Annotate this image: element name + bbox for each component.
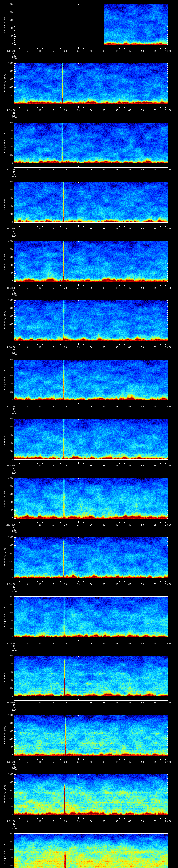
x-tick-label: 15 [50, 109, 55, 112]
x-tick-label: 35 [101, 168, 107, 171]
x-tick-label: 30 [89, 50, 94, 52]
x-tick-label: 25 [76, 406, 81, 408]
x-tick-label: 55 [153, 761, 158, 763]
x-tick-label: 10 [37, 287, 42, 289]
x-tick-label: 30 [89, 346, 94, 348]
x-tick-label: 45 [127, 702, 132, 704]
x-tick-label: 15 [50, 287, 55, 289]
x-tick-label: 15 [50, 168, 55, 171]
x-tick-label: 20 [63, 287, 68, 289]
spectrogram-panel: Frequency (Hz)10008006004002000510152025… [0, 711, 178, 770]
y-tick-label: 200 [5, 509, 13, 512]
x-tick-label: 40 [114, 583, 119, 586]
x-tick-label: 30 [89, 524, 94, 526]
x-tick-label: 25 [76, 346, 81, 348]
x-tick-label: 55 [153, 346, 158, 348]
x-tick-label: 40 [114, 702, 119, 704]
x-tick-label: 5 [25, 228, 30, 230]
spectrogram-panel: Frequency (Hz)10008006004002000510152025… [0, 237, 178, 296]
y-tick-label: 0 [5, 577, 13, 579]
y-tick-label: 600 [5, 256, 13, 258]
x-tick-label: 50 [140, 406, 145, 408]
freq-axis-title: Frequency (Hz) [4, 251, 6, 271]
x-tick-label: 5 [25, 583, 30, 586]
x-tick-label: 40 [114, 228, 119, 230]
x-tick-label: 35 [101, 406, 107, 408]
x-tick-label: 35 [101, 109, 107, 112]
freq-axis-title: Frequency (Hz) [4, 310, 6, 330]
y-tick-label: 600 [5, 552, 13, 555]
x-tick-label: 30 [89, 820, 94, 823]
x-tick-label: 15 [50, 228, 55, 230]
y-tick-label: 400 [5, 738, 13, 740]
x-tick-label: 10 [37, 643, 42, 645]
x-tick-label: 10 [37, 524, 42, 526]
x-tick-label: 20 [63, 50, 68, 52]
x-tick-label: 20 [63, 346, 68, 348]
y-tick-label: 800 [5, 367, 13, 369]
y-tick-label: 200 [5, 687, 13, 689]
y-tick-label: 0 [5, 43, 13, 45]
y-tick-label: 1000 [5, 832, 13, 835]
x-tick-label: 35 [101, 643, 107, 645]
start-time-label: 14:17:00 [3, 524, 18, 526]
x-tick-label: 25 [76, 228, 81, 230]
y-tick-label: 200 [5, 35, 13, 37]
spectrogram-panel: Frequency (Hz)10008006004002000510152025… [0, 178, 178, 237]
x-tick-label: 25 [76, 583, 81, 586]
y-tick-label: 200 [5, 272, 13, 275]
x-tick-label: 10 [37, 168, 42, 171]
y-tick-label: 200 [5, 94, 13, 97]
end-time-label: 15:00 [164, 346, 173, 348]
x-tick-label: 5 [25, 820, 30, 823]
x-tick-label: 5 [25, 524, 30, 526]
x-tick-label: 30 [89, 168, 94, 171]
end-time-label: 17:00 [164, 465, 173, 467]
spectrogram-panel: Frequency (Hz)10008006004002000510152025… [0, 0, 178, 59]
x-tick-label: 10 [37, 228, 42, 230]
x-tick-label: 40 [114, 820, 119, 823]
y-tick-label: 400 [5, 442, 13, 444]
x-tick-label: 10 [37, 583, 42, 586]
freq-axis-title: Frequency (Hz) [4, 370, 6, 390]
x-tick-label: 40 [114, 761, 119, 763]
y-tick-label: 600 [5, 730, 13, 733]
y-tick-label: 600 [5, 375, 13, 377]
start-time-label: 14:15:00 [3, 406, 18, 408]
date-year: 2016 [6, 116, 22, 119]
y-tick-label: 0 [5, 221, 13, 223]
x-tick-label: 35 [101, 524, 107, 526]
freq-axis-title: Frequency (Hz) [4, 133, 6, 153]
y-tick-label: 1000 [5, 3, 13, 5]
x-tick-label: 25 [76, 524, 81, 526]
x-tick-label: 10 [37, 109, 42, 112]
x-tick-label: 10 [37, 820, 42, 823]
y-tick-label: 600 [5, 671, 13, 673]
x-tick-label: 35 [101, 583, 107, 586]
freq-axis-title: Frequency (Hz) [4, 192, 6, 212]
spectrogram-stack: Frequency (Hz)10008006004002000510152025… [0, 0, 178, 868]
end-time-label: 19:00 [164, 583, 173, 586]
x-tick-label: 35 [101, 50, 107, 52]
y-tick-label: 200 [5, 865, 13, 867]
x-tick-label: 20 [63, 168, 68, 171]
y-tick-label: 800 [5, 544, 13, 547]
y-tick-label: 400 [5, 383, 13, 385]
y-tick-label: 800 [5, 307, 13, 309]
x-tick-label: 10 [37, 702, 42, 704]
y-tick-label: 200 [5, 154, 13, 156]
x-tick-label: 5 [25, 465, 30, 467]
x-tick-label: 15 [50, 643, 55, 645]
y-tick-label: 800 [5, 11, 13, 13]
x-tick-label: 30 [89, 406, 94, 408]
date-year: 2016 [6, 709, 22, 711]
x-tick-label: 55 [153, 583, 158, 586]
start-time-label: 14:20:00 [3, 702, 18, 704]
x-tick-label: 50 [140, 50, 145, 52]
end-time-label: 12:00 [164, 168, 173, 171]
y-tick-label: 400 [5, 679, 13, 681]
x-tick-label: 45 [127, 346, 132, 348]
y-tick-label: 0 [5, 754, 13, 756]
x-tick-label: 25 [76, 287, 81, 289]
x-tick-label: 5 [25, 406, 30, 408]
